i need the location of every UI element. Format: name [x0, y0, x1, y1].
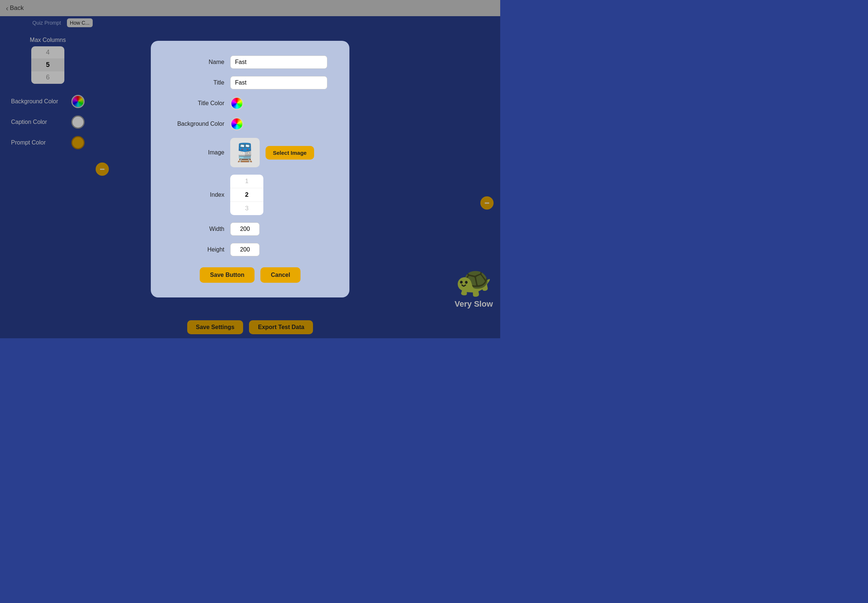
- image-row: Image 🚆 Select Image: [173, 138, 327, 167]
- background-color-modal-row: Background Color: [173, 117, 327, 130]
- background-color-modal-label: Background Color: [173, 121, 224, 127]
- index-row-1[interactable]: 1: [230, 175, 263, 188]
- title-color-label: Title Color: [173, 100, 224, 107]
- modal-actions: Save Button Cancel: [173, 267, 327, 283]
- name-input[interactable]: [230, 56, 327, 69]
- modal-panel: Name Title Title Color Background Color …: [151, 41, 350, 297]
- height-row: Height: [173, 243, 327, 256]
- title-color-row: Title Color: [173, 97, 327, 110]
- height-input[interactable]: [230, 243, 260, 256]
- width-row: Width: [173, 223, 327, 236]
- height-label: Height: [173, 246, 224, 253]
- index-picker[interactable]: 1 2 3: [230, 175, 263, 215]
- title-input[interactable]: [230, 76, 327, 89]
- modal-overlay: Name Title Title Color Background Color …: [0, 0, 500, 338]
- name-row: Name: [173, 56, 327, 69]
- title-color-picker[interactable]: [230, 97, 243, 110]
- save-button[interactable]: Save Button: [200, 267, 255, 283]
- name-label: Name: [173, 59, 224, 65]
- index-row-3[interactable]: 3: [230, 202, 263, 215]
- width-input[interactable]: [230, 223, 260, 236]
- image-emoji: 🚆: [234, 142, 256, 163]
- title-row: Title: [173, 76, 327, 89]
- select-image-button[interactable]: Select Image: [266, 146, 314, 159]
- image-label: Image: [173, 149, 224, 156]
- cancel-button[interactable]: Cancel: [260, 267, 300, 283]
- width-label: Width: [173, 226, 224, 232]
- title-label: Title: [173, 79, 224, 86]
- image-preview: 🚆: [230, 138, 260, 167]
- index-label: Index: [173, 192, 224, 198]
- index-row: Index 1 2 3: [173, 175, 327, 215]
- index-row-2[interactable]: 2: [230, 188, 263, 202]
- background-color-modal-picker[interactable]: [230, 117, 243, 130]
